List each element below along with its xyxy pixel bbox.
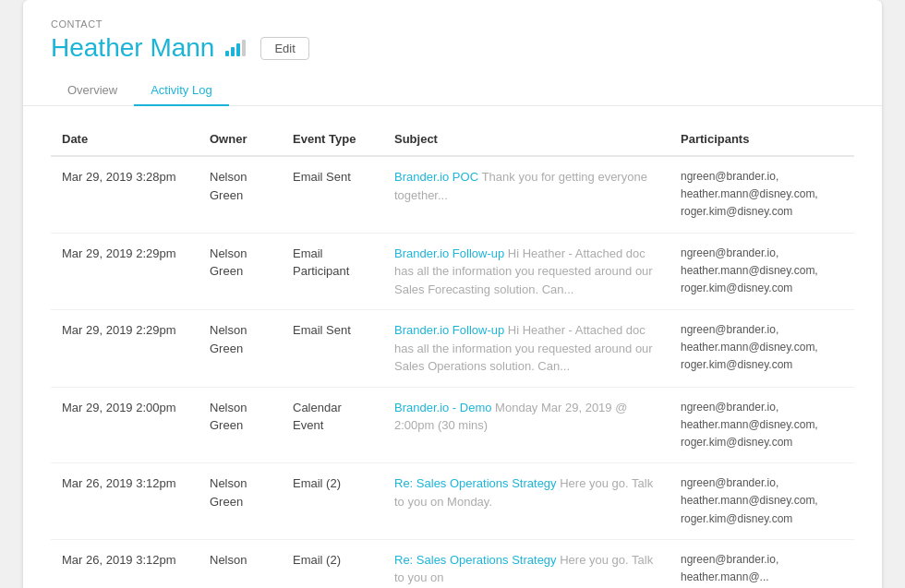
cell-owner: NelsonGreen bbox=[199, 463, 282, 540]
activity-table: Date Owner Event Type Subject Participan… bbox=[51, 125, 854, 588]
cell-owner: NelsonGreen bbox=[199, 156, 282, 233]
subject-link[interactable]: Brander.io - Demo bbox=[394, 401, 495, 414]
cell-subject: Re: Sales Operations Strategy Here you g… bbox=[383, 539, 670, 588]
cell-date: Mar 29, 2019 2:29pm bbox=[51, 233, 199, 310]
subject-link[interactable]: Re: Sales Operations Strategy bbox=[394, 553, 560, 567]
cell-subject: Brander.io - Demo Monday Mar 29, 2019 @ … bbox=[383, 387, 670, 463]
subject-link[interactable]: Brander.io POC bbox=[394, 170, 482, 184]
signal-bar-1 bbox=[225, 51, 229, 56]
signal-icon bbox=[225, 40, 246, 56]
cell-event-type: Email Sent bbox=[282, 156, 383, 233]
cell-date: Mar 29, 2019 2:00pm bbox=[51, 387, 199, 463]
cell-participants: ngreen@brander.io, heather.mann@disney.c… bbox=[670, 387, 854, 463]
cell-owner: Nelson bbox=[199, 539, 282, 588]
cell-event-type: Email Sent bbox=[282, 310, 383, 388]
cell-date: Mar 26, 2019 3:12pm bbox=[51, 539, 199, 588]
col-header-owner: Owner bbox=[199, 125, 282, 156]
cell-date: Mar 29, 2019 3:28pm bbox=[51, 156, 199, 233]
col-header-participants: Participants bbox=[670, 125, 854, 156]
table-row: Mar 29, 2019 2:29pmNelsonGreenEmail Sent… bbox=[51, 310, 854, 388]
cell-owner: NelsonGreen bbox=[199, 233, 282, 310]
col-header-event-type: Event Type bbox=[282, 125, 383, 156]
cell-subject: Brander.io Follow-up Hi Heather - Attach… bbox=[383, 310, 670, 388]
contact-name-row: Heather Mann Edit bbox=[51, 33, 854, 63]
subject-link[interactable]: Re: Sales Operations Strategy bbox=[394, 476, 560, 490]
cell-date: Mar 29, 2019 2:29pm bbox=[51, 310, 199, 388]
cell-participants: ngreen@brander.io, heather.mann@... bbox=[670, 539, 854, 588]
table-row: Mar 29, 2019 2:00pmNelsonGreenCalendar E… bbox=[51, 387, 854, 463]
cell-date: Mar 26, 2019 3:12pm bbox=[51, 463, 199, 540]
tab-activity-log[interactable]: Activity Log bbox=[134, 76, 228, 106]
table-row: Mar 29, 2019 2:29pmNelsonGreenEmail Part… bbox=[51, 233, 854, 310]
contact-header: Contact Heather Mann Edit Overview Activ… bbox=[23, 0, 882, 106]
table-header-row: Date Owner Event Type Subject Participan… bbox=[51, 125, 854, 156]
cell-participants: ngreen@brander.io, heather.mann@disney.c… bbox=[670, 156, 854, 233]
cell-subject: Brander.io POC Thank you for getting eve… bbox=[383, 156, 670, 233]
cell-owner: NelsonGreen bbox=[199, 310, 282, 388]
cell-owner: NelsonGreen bbox=[199, 387, 282, 463]
subject-link[interactable]: Brander.io Follow-up bbox=[394, 323, 508, 337]
edit-button[interactable]: Edit bbox=[260, 37, 308, 60]
col-header-date: Date bbox=[51, 125, 199, 156]
col-header-subject: Subject bbox=[383, 125, 670, 156]
signal-bar-3 bbox=[236, 43, 240, 56]
main-content: Date Owner Event Type Subject Participan… bbox=[23, 106, 882, 588]
tab-bar: Overview Activity Log bbox=[51, 76, 854, 105]
contact-name: Heather Mann bbox=[51, 33, 214, 63]
signal-bar-4 bbox=[242, 40, 246, 56]
table-row: Mar 26, 2019 3:12pmNelsonEmail (2)Re: Sa… bbox=[51, 539, 854, 588]
table-row: Mar 29, 2019 3:28pmNelsonGreenEmail Sent… bbox=[51, 156, 854, 233]
table-row: Mar 26, 2019 3:12pmNelsonGreenEmail (2)R… bbox=[51, 463, 854, 540]
cell-participants: ngreen@brander.io, heather.mann@disney.c… bbox=[670, 310, 854, 388]
cell-participants: ngreen@brander.io, heather.mann@disney.c… bbox=[670, 233, 854, 310]
cell-event-type: Email (2) bbox=[282, 463, 383, 540]
cell-subject: Re: Sales Operations Strategy Here you g… bbox=[383, 463, 670, 540]
cell-subject: Brander.io Follow-up Hi Heather - Attach… bbox=[383, 233, 670, 310]
cell-event-type: Email Participant bbox=[282, 233, 383, 310]
signal-bar-2 bbox=[231, 47, 235, 56]
contact-label: Contact bbox=[51, 18, 854, 30]
cell-event-type: Email (2) bbox=[282, 539, 383, 588]
subject-link[interactable]: Brander.io Follow-up bbox=[394, 246, 508, 260]
cell-participants: ngreen@brander.io, heather.mann@disney.c… bbox=[670, 463, 854, 540]
tab-overview[interactable]: Overview bbox=[51, 76, 134, 106]
main-card: Contact Heather Mann Edit Overview Activ… bbox=[23, 0, 882, 588]
cell-event-type: Calendar Event bbox=[282, 387, 383, 463]
